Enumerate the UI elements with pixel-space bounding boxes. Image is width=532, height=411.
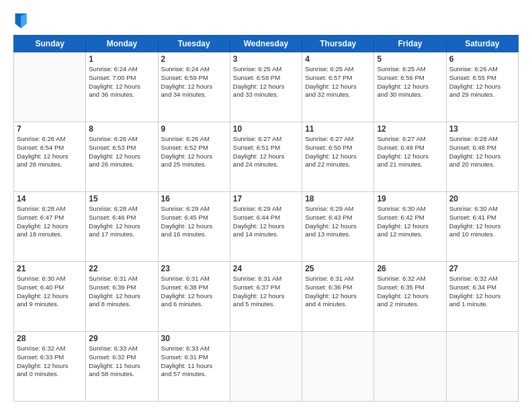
day-info: Sunrise: 6:31 AMSunset: 6:38 PMDaylight:…: [161, 275, 227, 309]
header: [13, 12, 519, 28]
calendar-week-row: 7Sunrise: 6:26 AMSunset: 6:54 PMDaylight…: [14, 122, 519, 192]
calendar-cell: [230, 332, 302, 402]
day-info: Sunrise: 6:27 AMSunset: 6:49 PMDaylight:…: [377, 135, 443, 169]
calendar-cell: 13Sunrise: 6:28 AMSunset: 6:48 PMDayligh…: [446, 122, 518, 192]
calendar-cell: 9Sunrise: 6:26 AMSunset: 6:52 PMDaylight…: [158, 122, 230, 192]
day-number: 6: [449, 54, 515, 64]
day-info: Sunrise: 6:29 AMSunset: 6:45 PMDaylight:…: [161, 205, 227, 239]
calendar-week-row: 21Sunrise: 6:30 AMSunset: 6:40 PMDayligh…: [14, 262, 519, 332]
day-number: 19: [377, 194, 443, 203]
calendar-cell: 6Sunrise: 6:26 AMSunset: 6:55 PMDaylight…: [446, 52, 518, 122]
day-number: 23: [161, 264, 227, 273]
calendar-cell: [446, 332, 518, 402]
calendar-week-row: 28Sunrise: 6:32 AMSunset: 6:33 PMDayligh…: [14, 332, 519, 402]
calendar-cell: 1Sunrise: 6:24 AMSunset: 7:00 PMDaylight…: [86, 52, 158, 122]
day-info: Sunrise: 6:32 AMSunset: 6:33 PMDaylight:…: [17, 345, 83, 379]
calendar-cell: [374, 332, 446, 402]
day-number: 8: [89, 124, 154, 134]
calendar-cell: 25Sunrise: 6:31 AMSunset: 6:36 PMDayligh…: [302, 262, 374, 332]
logo-icon: [15, 13, 27, 28]
calendar: SundayMondayTuesdayWednesdayThursdayFrid…: [13, 35, 519, 402]
day-info: Sunrise: 6:28 AMSunset: 6:48 PMDaylight:…: [449, 135, 515, 169]
day-number: 21: [17, 264, 83, 273]
day-number: 15: [89, 194, 154, 203]
calendar-cell: [14, 52, 86, 122]
day-info: Sunrise: 6:33 AMSunset: 6:31 PMDaylight:…: [161, 345, 227, 379]
calendar-week-row: 14Sunrise: 6:28 AMSunset: 6:47 PMDayligh…: [14, 192, 519, 262]
calendar-cell: 23Sunrise: 6:31 AMSunset: 6:38 PMDayligh…: [158, 262, 230, 332]
day-of-week-header: Monday: [86, 36, 158, 52]
day-number: 22: [89, 264, 154, 273]
day-number: 4: [305, 54, 371, 64]
day-number: 11: [305, 124, 371, 134]
day-info: Sunrise: 6:30 AMSunset: 6:41 PMDaylight:…: [449, 205, 515, 239]
day-info: Sunrise: 6:32 AMSunset: 6:34 PMDaylight:…: [449, 275, 515, 309]
calendar-cell: 8Sunrise: 6:26 AMSunset: 6:53 PMDaylight…: [86, 122, 158, 192]
day-number: 7: [17, 124, 83, 134]
svg-marker-1: [21, 13, 26, 28]
day-info: Sunrise: 6:27 AMSunset: 6:50 PMDaylight:…: [305, 135, 371, 169]
calendar-cell: 3Sunrise: 6:25 AMSunset: 6:58 PMDaylight…: [230, 52, 302, 122]
day-info: Sunrise: 6:29 AMSunset: 6:44 PMDaylight:…: [233, 205, 299, 239]
day-of-week-header: Wednesday: [230, 36, 302, 52]
day-of-week-header: Saturday: [446, 36, 518, 52]
calendar-cell: 5Sunrise: 6:25 AMSunset: 6:56 PMDaylight…: [374, 52, 446, 122]
calendar-cell: 19Sunrise: 6:30 AMSunset: 6:42 PMDayligh…: [374, 192, 446, 262]
day-of-week-header: Tuesday: [158, 36, 230, 52]
calendar-cell: 20Sunrise: 6:30 AMSunset: 6:41 PMDayligh…: [446, 192, 518, 262]
day-info: Sunrise: 6:24 AMSunset: 7:00 PMDaylight:…: [89, 65, 154, 99]
day-info: Sunrise: 6:28 AMSunset: 6:46 PMDaylight:…: [89, 205, 154, 239]
calendar-cell: 26Sunrise: 6:32 AMSunset: 6:35 PMDayligh…: [374, 262, 446, 332]
logo: [13, 15, 27, 28]
day-number: 17: [233, 194, 299, 203]
calendar-cell: 21Sunrise: 6:30 AMSunset: 6:40 PMDayligh…: [14, 262, 86, 332]
calendar-cell: 27Sunrise: 6:32 AMSunset: 6:34 PMDayligh…: [446, 262, 518, 332]
calendar-cell: 11Sunrise: 6:27 AMSunset: 6:50 PMDayligh…: [302, 122, 374, 192]
calendar-cell: 24Sunrise: 6:31 AMSunset: 6:37 PMDayligh…: [230, 262, 302, 332]
day-info: Sunrise: 6:31 AMSunset: 6:37 PMDaylight:…: [233, 275, 299, 309]
calendar-cell: 18Sunrise: 6:29 AMSunset: 6:43 PMDayligh…: [302, 192, 374, 262]
day-number: 18: [305, 194, 371, 203]
calendar-cell: 4Sunrise: 6:25 AMSunset: 6:57 PMDaylight…: [302, 52, 374, 122]
day-number: 28: [17, 334, 83, 343]
day-number: 12: [377, 124, 443, 134]
day-info: Sunrise: 6:29 AMSunset: 6:43 PMDaylight:…: [305, 205, 371, 239]
day-info: Sunrise: 6:25 AMSunset: 6:57 PMDaylight:…: [305, 65, 371, 99]
calendar-cell: 30Sunrise: 6:33 AMSunset: 6:31 PMDayligh…: [158, 332, 230, 402]
day-info: Sunrise: 6:26 AMSunset: 6:55 PMDaylight:…: [449, 65, 515, 99]
calendar-cell: 17Sunrise: 6:29 AMSunset: 6:44 PMDayligh…: [230, 192, 302, 262]
day-number: 5: [377, 54, 443, 64]
calendar-cell: 10Sunrise: 6:27 AMSunset: 6:51 PMDayligh…: [230, 122, 302, 192]
day-info: Sunrise: 6:26 AMSunset: 6:53 PMDaylight:…: [89, 135, 154, 169]
calendar-cell: 12Sunrise: 6:27 AMSunset: 6:49 PMDayligh…: [374, 122, 446, 192]
calendar-cell: [302, 332, 374, 402]
day-number: 9: [161, 124, 227, 134]
page: SundayMondayTuesdayWednesdayThursdayFrid…: [0, 0, 532, 411]
day-number: 24: [233, 264, 299, 273]
day-info: Sunrise: 6:25 AMSunset: 6:56 PMDaylight:…: [377, 65, 443, 99]
day-number: 1: [89, 54, 154, 64]
calendar-cell: 14Sunrise: 6:28 AMSunset: 6:47 PMDayligh…: [14, 192, 86, 262]
day-number: 25: [305, 264, 371, 273]
day-number: 14: [17, 194, 83, 203]
day-info: Sunrise: 6:28 AMSunset: 6:47 PMDaylight:…: [17, 205, 83, 239]
day-info: Sunrise: 6:32 AMSunset: 6:35 PMDaylight:…: [377, 275, 443, 309]
day-number: 20: [449, 194, 515, 203]
calendar-cell: 22Sunrise: 6:31 AMSunset: 6:39 PMDayligh…: [86, 262, 158, 332]
calendar-cell: 15Sunrise: 6:28 AMSunset: 6:46 PMDayligh…: [86, 192, 158, 262]
day-info: Sunrise: 6:26 AMSunset: 6:54 PMDaylight:…: [17, 135, 83, 169]
day-info: Sunrise: 6:31 AMSunset: 6:39 PMDaylight:…: [89, 275, 154, 309]
calendar-header-row: SundayMondayTuesdayWednesdayThursdayFrid…: [14, 36, 519, 52]
calendar-cell: 16Sunrise: 6:29 AMSunset: 6:45 PMDayligh…: [158, 192, 230, 262]
day-number: 27: [449, 264, 515, 273]
day-of-week-header: Thursday: [302, 36, 374, 52]
day-number: 13: [449, 124, 515, 134]
day-number: 3: [233, 54, 299, 64]
day-number: 29: [89, 334, 154, 343]
day-info: Sunrise: 6:27 AMSunset: 6:51 PMDaylight:…: [233, 135, 299, 169]
day-info: Sunrise: 6:30 AMSunset: 6:42 PMDaylight:…: [377, 205, 443, 239]
calendar-cell: 29Sunrise: 6:33 AMSunset: 6:32 PMDayligh…: [86, 332, 158, 402]
day-info: Sunrise: 6:33 AMSunset: 6:32 PMDaylight:…: [89, 345, 154, 379]
day-info: Sunrise: 6:30 AMSunset: 6:40 PMDaylight:…: [17, 275, 83, 309]
calendar-cell: 28Sunrise: 6:32 AMSunset: 6:33 PMDayligh…: [14, 332, 86, 402]
